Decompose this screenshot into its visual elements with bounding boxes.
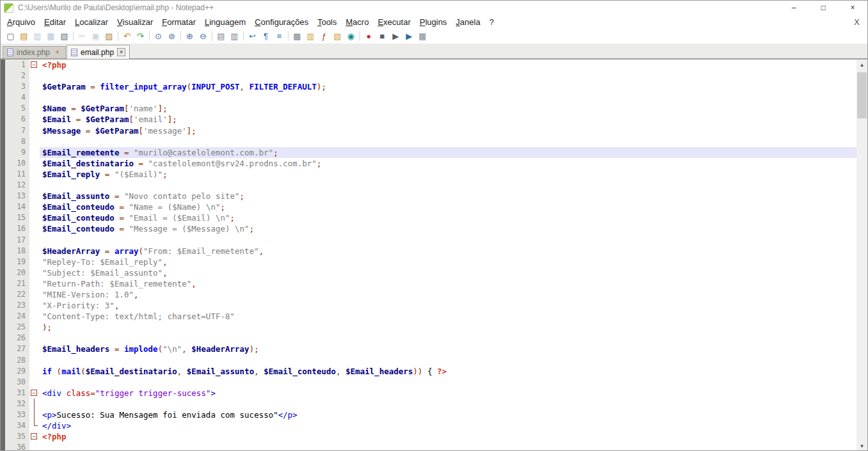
- code-line[interactable]: 23"X-Priority: 3",: [5, 300, 856, 311]
- menu-item-configuracoes[interactable]: Configurações: [250, 16, 313, 28]
- folder-workspace-icon[interactable]: ▧: [331, 30, 344, 43]
- line-number: 18: [5, 246, 29, 257]
- close-button[interactable]: ×: [838, 1, 867, 15]
- menu-item-arquivo[interactable]: Arquivo: [3, 16, 40, 28]
- code-line[interactable]: 30: [5, 377, 856, 388]
- new-file-icon[interactable]: ▢: [4, 30, 17, 43]
- code-line[interactable]: 14$Email_conteudo = "Name = ($Name) \n";: [5, 202, 856, 212]
- code-line[interactable]: 17: [5, 235, 856, 246]
- fold-margin: [29, 235, 40, 246]
- toolbar-separator: [359, 31, 360, 41]
- code-line[interactable]: 15$Email_conteudo = "Email = ($Email) \n…: [5, 212, 856, 223]
- code-line[interactable]: 21"Return-Path: $Email_remetente",: [5, 278, 856, 289]
- code-line[interactable]: 6$Email = $GetParam['email'];: [5, 114, 856, 125]
- scroll-up-icon[interactable]: ▲: [856, 59, 867, 70]
- macro-record-icon[interactable]: ●: [362, 30, 375, 43]
- code-line[interactable]: 10$Email_destinatario = "castelolemont@s…: [5, 158, 856, 169]
- function-list-icon[interactable]: ƒ: [317, 30, 331, 43]
- zoom-in-icon[interactable]: ⊕: [183, 30, 196, 43]
- code-line[interactable]: 32: [5, 399, 856, 409]
- minimize-button[interactable]: –: [779, 1, 809, 15]
- code-text: [40, 399, 856, 409]
- sync-vertical-icon[interactable]: ▤: [214, 30, 228, 43]
- code-line[interactable]: 4: [5, 92, 856, 103]
- menu-item-plugins[interactable]: Plugins: [415, 16, 452, 28]
- replace-icon[interactable]: ⊚: [165, 30, 178, 43]
- tab-index-php[interactable]: index.php×: [3, 46, 66, 58]
- word-wrap-icon[interactable]: ↩: [246, 30, 259, 43]
- code-area[interactable]: 1−<?php23$GetParam = filter_input_array(…: [5, 59, 856, 451]
- code-line[interactable]: 19"Repley-To: $Email_reply",: [5, 257, 856, 267]
- macro-stop-icon[interactable]: ■: [375, 30, 389, 43]
- tab-close-icon[interactable]: ×: [53, 49, 61, 57]
- line-number: 35: [5, 431, 29, 442]
- fold-margin: [29, 114, 40, 125]
- menu-item-executar[interactable]: Executar: [374, 16, 415, 28]
- code-line[interactable]: 5$Name = $GetParam['name'];: [5, 103, 856, 114]
- open-folder-icon[interactable]: ▤: [17, 30, 31, 43]
- code-line[interactable]: 33<p>Sucesso: Sua Mensagem foi enviada c…: [5, 409, 856, 420]
- fold-collapse-icon[interactable]: −: [31, 390, 37, 396]
- zoom-out-icon[interactable]: ⊖: [196, 30, 210, 43]
- code-line[interactable]: 27$Email_headers = implode("\n", $Header…: [5, 344, 856, 354]
- code-line[interactable]: 28: [5, 355, 856, 366]
- menu-item-linguagem[interactable]: Linguagem: [200, 16, 250, 28]
- fold-margin: [29, 409, 40, 420]
- fold-margin: [29, 81, 40, 92]
- code-line[interactable]: 31−<div class="trigger trigger-sucess">: [5, 388, 856, 399]
- monitoring-icon[interactable]: ◉: [344, 30, 358, 43]
- code-line[interactable]: 25);: [5, 322, 856, 333]
- menu-item-tools[interactable]: Tools: [313, 16, 341, 28]
- code-line[interactable]: 35−<?php: [5, 431, 856, 442]
- code-line[interactable]: 12: [5, 180, 856, 191]
- line-number: 34: [5, 420, 29, 431]
- code-line[interactable]: 3$GetParam = filter_input_array(INPUT_PO…: [5, 81, 856, 92]
- code-line[interactable]: 18$HeaderArray = array("From: $Email_rem…: [5, 246, 856, 257]
- menu-item-janela[interactable]: Janela: [452, 16, 485, 28]
- code-line[interactable]: 13$Email_assunto = "Novo contato pelo si…: [5, 191, 856, 202]
- code-line[interactable]: 26: [5, 333, 856, 344]
- code-line[interactable]: 34</div>: [5, 420, 856, 431]
- menu-close-document-icon[interactable]: X: [846, 17, 867, 27]
- find-icon[interactable]: ⊙: [152, 30, 165, 43]
- macro-save-icon[interactable]: ▦: [416, 30, 429, 43]
- menu-item-localizar[interactable]: Localizar: [70, 16, 113, 28]
- print-icon[interactable]: ▧: [58, 30, 71, 43]
- redo-icon[interactable]: ↷: [134, 30, 147, 43]
- maximize-button[interactable]: □: [809, 1, 838, 15]
- code-line[interactable]: 8: [5, 136, 856, 147]
- menu-item-macro[interactable]: Macro: [342, 16, 374, 28]
- paste-icon[interactable]: ▨: [102, 30, 116, 43]
- code-line[interactable]: 20"Subject: $Email_assunto",: [5, 267, 856, 278]
- fold-collapse-icon[interactable]: −: [31, 433, 37, 439]
- menu-item-editar[interactable]: Editar: [40, 16, 70, 28]
- toolbar-separator: [288, 31, 288, 41]
- indent-guide-icon[interactable]: ≡: [272, 30, 286, 43]
- code-line[interactable]: 29if (mail($Email_destinatario, $Email_a…: [5, 366, 856, 377]
- menu-item-help[interactable]: ?: [485, 16, 498, 28]
- code-line[interactable]: 36: [5, 442, 856, 451]
- code-line[interactable]: 11$Email_reply = "($Email)";: [5, 169, 856, 180]
- scroll-down-icon[interactable]: ▼: [856, 441, 867, 451]
- scrollbar-thumb[interactable]: [857, 72, 867, 118]
- menu-item-formatar[interactable]: Formatar: [157, 16, 200, 28]
- code-line[interactable]: 2: [5, 70, 856, 81]
- code-line[interactable]: 1−<?php: [5, 59, 856, 70]
- macro-run-multiple-icon[interactable]: ▶: [402, 30, 416, 43]
- fold-collapse-icon[interactable]: −: [31, 61, 37, 68]
- macro-play-icon[interactable]: ▶: [389, 30, 402, 43]
- menu-item-visualizar[interactable]: Visualizar: [113, 16, 157, 28]
- tab-email-php[interactable]: email.php×: [67, 45, 130, 59]
- code-line[interactable]: 24"Content-Type: text/html; charset=UTF-…: [5, 311, 856, 322]
- doc-map-icon[interactable]: ▥: [304, 30, 317, 43]
- code-line[interactable]: 22"MINE-Version: 1.0",: [5, 289, 856, 300]
- code-line[interactable]: 9$Email_remetente = "murilo@castelolemon…: [5, 147, 856, 158]
- tab-close-icon[interactable]: ×: [117, 48, 125, 56]
- code-line[interactable]: 16$Email_conteudo = "Message = ($Message…: [5, 223, 856, 234]
- show-all-chars-icon[interactable]: ¶: [259, 30, 272, 43]
- user-dialog-icon[interactable]: ▩: [290, 30, 304, 43]
- undo-icon[interactable]: ↶: [120, 30, 134, 43]
- sync-horizontal-icon[interactable]: ▥: [228, 30, 241, 43]
- code-line[interactable]: 7$Message = $GetParam['message'];: [5, 125, 856, 136]
- vertical-scrollbar[interactable]: ▲ ▼: [856, 59, 867, 451]
